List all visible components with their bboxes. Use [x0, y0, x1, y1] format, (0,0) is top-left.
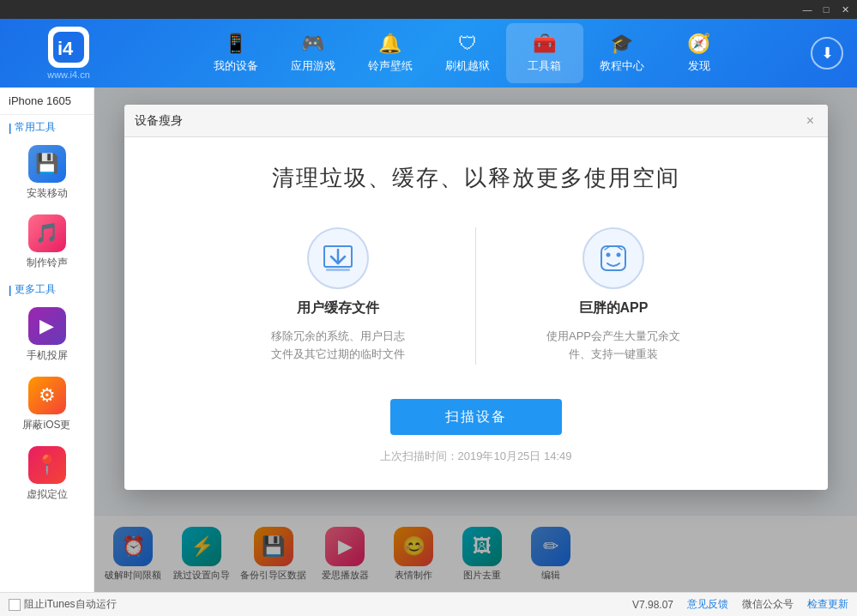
modal-body: 清理垃圾、缓存、以释放更多使用空间: [124, 137, 828, 490]
nav-jailbreak[interactable]: 🛡 刷机越狱: [429, 23, 506, 83]
nav-tutorials-label: 教程中心: [600, 58, 644, 74]
sidebar-item-ringtone[interactable]: 🎵 制作铃声: [0, 208, 94, 277]
logo-url: www.i4.cn: [47, 69, 90, 80]
content-area: ⏰ 破解时间限额 ⚡ 跳过设置向导 💾 备份引导区数据 ▶ 爱思播放器 😊: [94, 88, 857, 592]
device-name: iPhone 1605: [0, 88, 94, 115]
prevent-itunes-checkbox[interactable]: 阻止iTunes自动运行: [9, 597, 117, 612]
nav-apps-games-label: 应用游戏: [291, 58, 335, 74]
nav-my-device[interactable]: 📱 我的设备: [197, 23, 275, 83]
discover-icon: 🧭: [687, 33, 710, 55]
modal-title: 设备瘦身: [135, 113, 183, 129]
sidebar-section-common: 常用工具: [0, 115, 94, 138]
nav-discover[interactable]: 🧭 发现: [661, 23, 738, 83]
titlebar: — □ ✕: [0, 0, 857, 19]
wechat-link[interactable]: 微信公众号: [742, 597, 794, 612]
sidebar-item-mirror-label: 手机投屏: [27, 348, 68, 363]
apps-games-icon: 🎮: [301, 33, 324, 55]
minimize-button[interactable]: —: [799, 2, 816, 17]
feature-divider: [475, 227, 476, 365]
modal-features: 用户缓存文件 移除冗余的系统、用户日志文件及其它过期的临时文件: [159, 227, 794, 365]
big-apps-title: 巨胖的APP: [579, 299, 649, 317]
bottom-bar: 阻止iTunes自动运行 V7.98.07 意见反馈 微信公众号 检查更新: [0, 592, 857, 616]
nav-ringtones-label: 铃声壁纸: [368, 58, 413, 74]
restore-button[interactable]: □: [818, 2, 835, 17]
close-button[interactable]: ✕: [836, 2, 854, 17]
svg-text:i4: i4: [57, 38, 74, 59]
ringtones-icon: 🔔: [378, 33, 401, 55]
logo-area: i4 www.i4.cn: [9, 27, 129, 80]
header: i4 www.i4.cn 📱 我的设备 🎮 应用游戏 🔔 铃声壁纸 🛡 刷机越狱…: [0, 19, 857, 88]
big-apps-desc: 使用APP会产生大量冗余文件、支持一键重装: [546, 328, 680, 364]
version-text: V7.98.07: [632, 599, 673, 611]
scan-button[interactable]: 扫描设备: [390, 399, 562, 435]
ringtone-icon: 🎵: [28, 214, 66, 252]
main-area: iPhone 1605 常用工具 💾 安装移动 🎵 制作铃声 更多工具 ▶ 手机…: [0, 88, 857, 592]
prevent-itunes-label: 阻止iTunes自动运行: [24, 597, 117, 612]
sidebar-item-block-ios[interactable]: ⚙ 屏蔽iOS更: [0, 370, 94, 439]
user-cache-title: 用户缓存文件: [297, 299, 379, 317]
install-app-icon: 💾: [28, 145, 66, 183]
my-device-icon: 📱: [224, 33, 247, 55]
nav-apps-games[interactable]: 🎮 应用游戏: [275, 23, 352, 83]
feature-big-apps: 巨胖的APP 使用APP会产生大量冗余文件、支持一键重装: [493, 227, 733, 364]
sidebar: iPhone 1605 常用工具 💾 安装移动 🎵 制作铃声 更多工具 ▶ 手机…: [0, 88, 94, 592]
download-button[interactable]: ⬇: [811, 37, 843, 69]
nav-jailbreak-label: 刷机越狱: [445, 58, 490, 74]
sidebar-item-ringtone-label: 制作铃声: [27, 256, 68, 270]
check-update-link[interactable]: 检查更新: [807, 597, 848, 612]
user-cache-icon: [307, 227, 369, 289]
modal-headline: 清理垃圾、缓存、以释放更多使用空间: [159, 163, 794, 193]
feedback-link[interactable]: 意见反馈: [687, 597, 728, 612]
sidebar-item-install-app[interactable]: 💾 安装移动: [0, 138, 94, 208]
virtual-loc-icon: 📍: [28, 446, 66, 484]
header-right: ⬇: [806, 37, 848, 69]
sidebar-section-more: 更多工具: [0, 277, 94, 300]
block-ios-icon: ⚙: [28, 377, 66, 414]
jailbreak-icon: 🛡: [458, 33, 477, 55]
svg-point-6: [607, 253, 611, 257]
modal-close-button[interactable]: ×: [802, 112, 819, 130]
sidebar-item-vloc-label: 虚拟定位: [27, 487, 68, 502]
device-slim-modal: 设备瘦身 × 清理垃圾、缓存、以释放更多使用空间: [124, 105, 828, 490]
nav-toolbox[interactable]: 🧰 工具箱: [506, 23, 583, 83]
nav-tutorials[interactable]: 🎓 教程中心: [583, 23, 661, 83]
bottom-bar-right: V7.98.07 意见反馈 微信公众号 检查更新: [632, 597, 848, 612]
nav-discover-label: 发现: [688, 58, 710, 74]
svg-point-7: [617, 253, 621, 257]
sidebar-item-install-label: 安装移动: [27, 186, 68, 201]
sidebar-item-block-label: 屏蔽iOS更: [22, 418, 70, 432]
nav-toolbox-label: 工具箱: [528, 58, 561, 74]
toolbox-icon: 🧰: [533, 33, 556, 55]
screen-mirror-icon: ▶: [28, 307, 66, 345]
user-cache-desc: 移除冗余的系统、用户日志文件及其它过期的临时文件: [271, 328, 405, 364]
modal-header: 设备瘦身 ×: [124, 105, 828, 137]
modal-overlay: 设备瘦身 × 清理垃圾、缓存、以释放更多使用空间: [94, 88, 857, 592]
big-apps-icon: [582, 227, 644, 289]
logo-icon: i4: [48, 27, 89, 68]
sidebar-item-screen-mirror[interactable]: ▶ 手机投屏: [0, 300, 94, 370]
tutorials-icon: 🎓: [610, 33, 633, 55]
feature-user-cache: 用户缓存文件 移除冗余的系统、用户日志文件及其它过期的临时文件: [218, 227, 458, 364]
last-scan-text: 上次扫描时间：2019年10月25日 14:49: [159, 449, 794, 464]
nav-my-device-label: 我的设备: [214, 58, 258, 74]
svg-rect-4: [326, 269, 350, 271]
nav-ringtones[interactable]: 🔔 铃声壁纸: [352, 23, 429, 83]
nav-bar: 📱 我的设备 🎮 应用游戏 🔔 铃声壁纸 🛡 刷机越狱 🧰 工具箱 🎓 教程中心…: [129, 23, 806, 83]
bottom-bar-left: 阻止iTunes自动运行: [9, 597, 632, 612]
sidebar-item-virtual-loc[interactable]: 📍 虚拟定位: [0, 439, 94, 509]
checkbox-icon[interactable]: [9, 599, 21, 611]
